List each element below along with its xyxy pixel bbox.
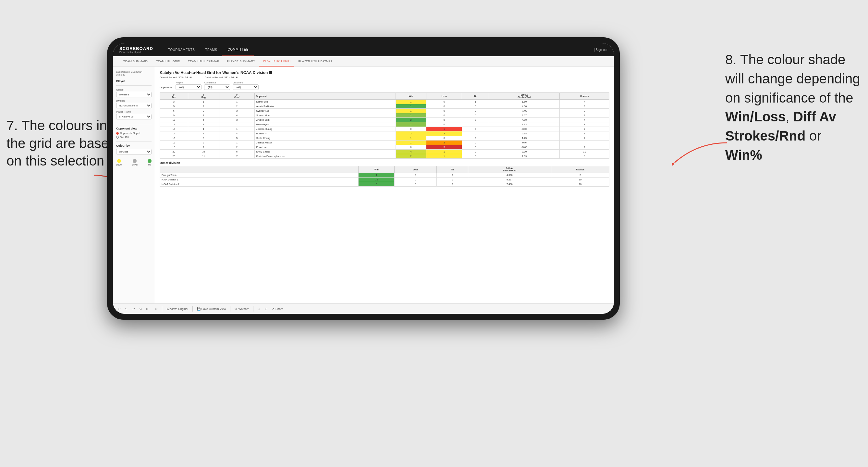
annotation-left-line2: the grid are based <box>6 136 117 151</box>
sidebar-player-rank-select[interactable]: 8. Katelyn Vo <box>116 114 152 119</box>
toolbar-view-original[interactable]: 🖼 View: Original <box>165 307 189 311</box>
out-of-division-table: Win Loss Tie Diff AvStrokes/Rnd Rounds F… <box>160 166 609 187</box>
col-tie: Tie <box>462 93 489 100</box>
subnav-player-h2h-grid[interactable]: PLAYER H2H GRID <box>259 56 294 66</box>
filter-region-select[interactable]: (All) <box>176 84 202 90</box>
toolbar-timer[interactable]: ⏱ <box>153 307 159 311</box>
ood-col-loss: Loss <box>395 166 436 173</box>
toolbar-copy[interactable]: ⧉ <box>138 306 143 311</box>
colour-by-select[interactable]: Win/loss <box>116 149 152 154</box>
table-row: 1111 Heejo Hyun 1 0 0 3.33 3 <box>160 122 609 127</box>
toolbar-share[interactable]: ↗ Share <box>271 307 285 311</box>
top-nav: SCOREBOARD Powered by clippd TOURNAMENTS… <box>113 43 614 56</box>
toolbar-save-custom[interactable]: 💾 Save Custom View <box>196 307 227 311</box>
ood-col-rounds: Rounds <box>551 166 609 173</box>
subnav-player-h2h-heatmap[interactable]: PLAYER H2H HEATMAP <box>294 56 337 66</box>
sidebar-division-label: Division <box>116 99 152 102</box>
ood-col-diff: Diff AvStrokes/Rnd <box>468 166 551 173</box>
sidebar-division-select[interactable]: NCAA Division III <box>116 103 152 108</box>
table-row: Foreign Team 1 0 0 4.500 2 <box>160 173 609 178</box>
table-row: 1822 Euna Lee 0 3 0 -5.00 2 <box>160 145 609 150</box>
bottom-toolbar: ↩ ↪ ↩ ⧉ ⊕ · ⏱ 🖼 View: Original 💾 Save Cu… <box>113 304 614 314</box>
radio-top100[interactable]: Top 100 <box>116 136 152 138</box>
toolbar-divider-4 <box>253 306 253 312</box>
nav-items: TOURNAMENTS TEAMS COMMITTEE <box>163 43 594 56</box>
table-row: 1585 Stella Cheng 1 0 0 1.25 4 <box>160 136 609 141</box>
logo-sub: Powered by clippd <box>119 51 153 53</box>
legend-dot-up <box>148 159 152 163</box>
subnav-team-h2h-grid[interactable]: TEAM H2H GRID <box>152 56 184 66</box>
filter-row: Opponents: Region (All) Conference (All) <box>160 82 609 90</box>
legend-dot-level <box>133 159 136 163</box>
filter-region-label: Region <box>176 82 202 84</box>
tablet-frame: SCOREBOARD Powered by clippd TOURNAMENTS… <box>107 37 620 320</box>
toolbar-divider-3 <box>230 306 230 312</box>
legend-text-level: Level <box>132 163 137 166</box>
nav-teams[interactable]: TEAMS <box>200 43 222 56</box>
last-updated: Last Updated: 27/03/202416:55:38 <box>116 70 152 76</box>
radio-dot-top100 <box>116 136 119 138</box>
subnav-team-summary[interactable]: TEAM SUMMARY <box>119 56 152 66</box>
sidebar-gender-select[interactable]: Women's <box>116 92 152 97</box>
filter-opponents-label: Opponents: <box>160 86 173 90</box>
col-diff: Diff AvStrokes/Rnd <box>489 93 560 100</box>
subnav-team-h2h-heatmap[interactable]: TEAM H2H HEATMAP <box>184 56 223 66</box>
overall-record: Overall Record: 353 - 34 - 6 <box>160 76 192 79</box>
legend-down: Down <box>116 159 122 166</box>
col-reg: #Reg <box>188 93 219 100</box>
ood-col-team <box>160 166 359 173</box>
filter-opponent-label: Opponent <box>232 82 259 84</box>
table-row: 522 Alexis Sudjianto 1 0 0 4.00 3 <box>160 104 609 109</box>
legend-text-down: Down <box>116 163 122 166</box>
filter-conference-select[interactable]: (All) <box>204 84 230 90</box>
col-rounds: Rounds <box>560 93 609 100</box>
toolbar-paste[interactable]: ⊕ · <box>145 307 152 311</box>
filter-conference-label: Conference <box>204 82 230 84</box>
table-row: 1474 Eunice Yi 2 2 0 0.38 9 <box>160 131 609 136</box>
nav-right: | Sign out <box>594 48 608 52</box>
subnav-player-summary[interactable]: PLAYER SUMMARY <box>223 56 259 66</box>
radio-label-opponents: Opponents Played <box>120 132 140 135</box>
annotation-right: 8. The colour shade will change dependin… <box>725 50 862 165</box>
nav-sign-in[interactable]: | Sign out <box>594 48 608 52</box>
nav-tournaments[interactable]: TOURNAMENTS <box>163 43 200 56</box>
sidebar-player-title: Player <box>116 80 152 83</box>
annotation-left-line1: 7. The colours in <box>6 118 107 133</box>
toolbar-redo[interactable]: ↪ <box>124 307 129 311</box>
sidebar: Last Updated: 27/03/202416:55:38 Player … <box>113 66 155 304</box>
out-of-division-header: Out of division <box>160 161 609 164</box>
col-loss: Loss <box>426 93 462 100</box>
ood-col-win: Win <box>359 166 395 173</box>
table-row: 20106 Emily Chang 4 1 0 0.30 11 <box>160 150 609 154</box>
filter-opponent-select[interactable]: (All) <box>232 84 259 90</box>
grid-subtitle: Overall Record: 353 - 34 - 6 Division Re… <box>160 76 609 79</box>
legend-up: Up <box>148 159 152 166</box>
annotation-left: 7. The colours in the grid are based on … <box>6 117 117 170</box>
toolbar-layout[interactable]: ⊞ <box>256 307 261 311</box>
nav-committee[interactable]: COMMITTEE <box>222 43 254 56</box>
sub-nav: TEAM SUMMARY TEAM H2H GRID TEAM H2H HEAT… <box>113 56 614 66</box>
table-row: NAIA Division 1 15 0 0 9.267 30 <box>160 178 609 182</box>
division-record: Division Record: 331 - 34 - 6 <box>205 76 238 79</box>
toolbar-watch[interactable]: 👁 Watch ▾ <box>233 307 250 311</box>
tablet-screen: SCOREBOARD Powered by clippd TOURNAMENTS… <box>113 43 614 314</box>
colour-by-title: Colour by <box>116 144 152 147</box>
opponent-view-title: Opponent view <box>116 127 152 130</box>
toolbar-undo[interactable]: ↩ <box>117 307 122 311</box>
toolbar-undo2[interactable]: ↩ <box>131 307 136 311</box>
col-win: Win <box>396 93 426 100</box>
filter-region-group: Region (All) <box>176 82 202 90</box>
main-table: #Div #Reg #Conf Opponent Win Loss Tie Di… <box>160 93 609 159</box>
radio-opponents-played[interactable]: Opponents Played <box>116 132 152 135</box>
toolbar-grid[interactable]: ⊟ <box>264 307 269 311</box>
table-row: NCAA Division 2 5 0 0 7.400 10 <box>160 182 609 187</box>
filter-conference-group: Conference (All) <box>204 82 230 90</box>
col-conf: #Conf <box>219 93 255 100</box>
annotation-left-line3: on this selection <box>6 153 104 168</box>
table-row: 311 Esther Lee 1 0 1 1.50 4 <box>160 100 609 104</box>
legend-text-up: Up <box>148 163 151 166</box>
col-div: #Div <box>160 93 188 100</box>
filter-opponent-group: Opponent (All) <box>232 82 259 90</box>
sidebar-gender-label: Gender <box>116 88 152 91</box>
table-row: 20117 Federica Domecq Lacroze 2 1 0 1.33… <box>160 154 609 159</box>
